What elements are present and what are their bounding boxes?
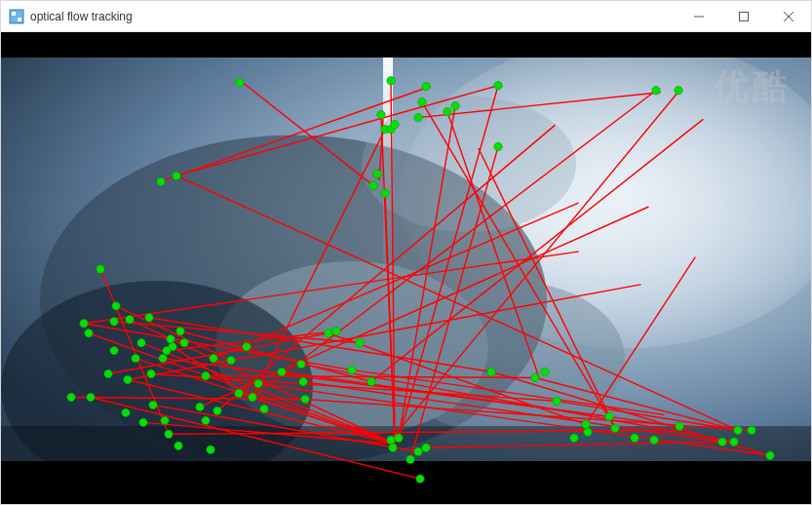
app-window: optical flow tracking <box>0 0 812 505</box>
feature-point <box>104 369 112 377</box>
feature-point <box>494 142 502 150</box>
flow-line <box>252 91 656 398</box>
feature-point <box>734 426 742 434</box>
feature-point <box>207 446 214 453</box>
feature-point <box>80 320 88 328</box>
feature-point <box>730 438 738 446</box>
feature-point <box>196 403 204 410</box>
feature-point <box>387 77 395 85</box>
feature-point <box>389 444 397 451</box>
maximize-button[interactable] <box>721 1 766 31</box>
feature-point <box>395 434 403 442</box>
feature-point <box>145 314 153 322</box>
feature-point <box>451 102 459 110</box>
feature-point <box>122 408 130 416</box>
feature-point <box>325 330 332 337</box>
feature-point <box>381 189 389 197</box>
svg-rect-4 <box>740 12 749 20</box>
feature-point <box>422 444 430 451</box>
flow-line <box>492 372 769 456</box>
flow-line <box>153 405 418 451</box>
feature-point <box>235 389 243 397</box>
feature-point <box>650 436 658 444</box>
flow-line <box>128 285 640 380</box>
feature-point <box>444 107 451 115</box>
feature-point <box>406 455 414 463</box>
minimize-button[interactable] <box>677 1 721 31</box>
feature-point <box>67 393 75 401</box>
app-icon <box>9 9 24 24</box>
feature-point <box>110 346 118 354</box>
feature-point <box>369 181 377 189</box>
feature-point <box>414 113 422 121</box>
flow-line <box>371 120 703 382</box>
flow-line <box>161 87 430 182</box>
feature-point <box>176 328 184 335</box>
flow-lines <box>71 81 770 479</box>
svg-rect-2 <box>18 18 21 21</box>
feature-point <box>210 354 217 362</box>
feature-point <box>748 426 755 434</box>
flow-line <box>399 106 455 439</box>
window-title: optical flow tracking <box>30 10 133 23</box>
feature-point <box>611 424 619 432</box>
feature-point <box>297 360 305 368</box>
feature-point <box>254 379 262 387</box>
maximize-icon <box>739 12 749 21</box>
client-area: 优酷 <box>1 32 811 504</box>
flow-line <box>410 147 498 460</box>
feature-point <box>377 110 385 118</box>
feature-point <box>348 366 356 373</box>
feature-point <box>373 170 381 177</box>
feature-point <box>85 330 93 337</box>
feature-point <box>494 82 502 90</box>
flow-line <box>329 333 586 425</box>
feature-point <box>139 418 147 426</box>
feature-point <box>110 318 118 326</box>
feature-point <box>243 342 251 350</box>
feature-point <box>149 401 157 408</box>
minimize-icon <box>694 12 704 21</box>
svg-rect-1 <box>12 12 16 16</box>
feature-point <box>605 412 613 420</box>
feature-point <box>531 373 539 381</box>
feature-point <box>159 354 167 362</box>
feature-point <box>278 368 286 375</box>
feature-point <box>161 416 169 424</box>
flow-line <box>176 86 498 176</box>
feature-point <box>213 407 221 414</box>
flow-line <box>141 343 395 445</box>
feature-point <box>631 434 638 442</box>
feature-point <box>416 475 424 483</box>
feature-point <box>87 393 95 401</box>
flow-line <box>84 252 578 324</box>
flow-line <box>426 442 722 447</box>
flow-line <box>71 397 305 399</box>
feature-point <box>570 434 578 442</box>
feature-point <box>126 316 134 324</box>
feature-point <box>414 447 422 455</box>
feature-point <box>147 369 155 377</box>
feature-point <box>766 451 774 459</box>
feature-point <box>418 98 426 106</box>
feature-point <box>202 416 210 424</box>
feature-point <box>356 339 364 347</box>
feature-point <box>97 265 104 273</box>
flow-line <box>586 257 695 424</box>
flow-line <box>217 126 555 411</box>
feature-point <box>202 371 210 379</box>
feature-point <box>174 442 182 449</box>
feature-point <box>165 430 173 438</box>
feature-point <box>652 87 660 95</box>
flow-line <box>243 83 373 186</box>
feature-point <box>332 328 340 335</box>
feature-point <box>173 172 180 179</box>
feature-point <box>541 368 549 375</box>
feature-point <box>582 420 590 428</box>
feature-point <box>260 405 268 412</box>
feature-point <box>249 393 256 401</box>
feature-point <box>132 354 139 362</box>
close-icon <box>784 12 793 21</box>
close-button[interactable] <box>766 1 811 31</box>
titlebar[interactable]: optical flow tracking <box>1 1 811 32</box>
